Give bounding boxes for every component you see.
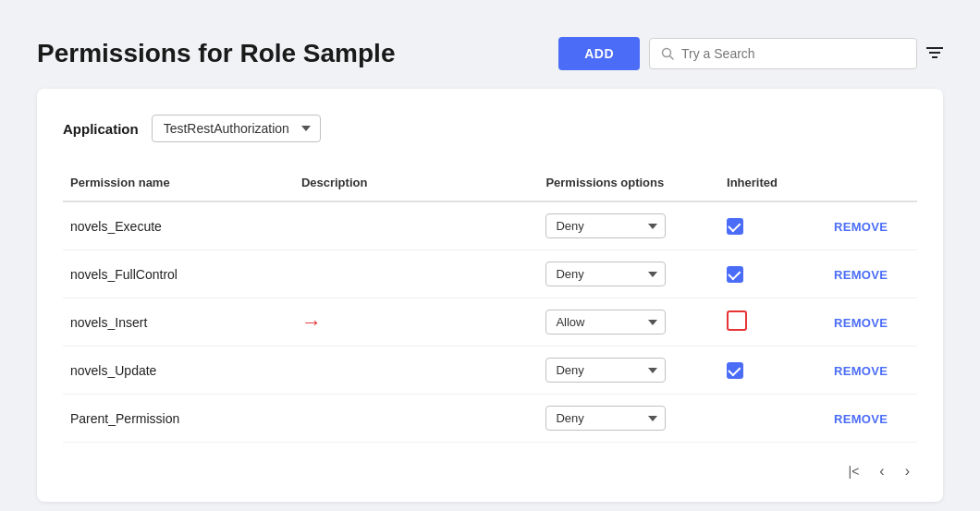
remove-cell: REMOVE: [827, 347, 917, 395]
remove-button[interactable]: REMOVE: [834, 364, 888, 378]
remove-cell: REMOVE: [827, 201, 917, 250]
remove-cell: REMOVE: [827, 250, 917, 298]
pagination: |< ‹ ›: [63, 459, 917, 483]
prev-page-button[interactable]: ‹: [872, 459, 891, 483]
remove-button[interactable]: REMOVE: [834, 268, 888, 282]
remove-cell: REMOVE: [827, 395, 917, 443]
search-box: [649, 38, 917, 69]
permission-select[interactable]: AllowDeny: [545, 262, 666, 286]
inherited-checkbox-unchecked[interactable]: [727, 310, 747, 331]
table-row: novels_Insert→AllowDenyREMOVE: [63, 298, 917, 347]
table-row: novels_FullControlAllowDenyREMOVE: [63, 250, 917, 298]
inherited-cell: [719, 298, 827, 347]
inherited-checkbox[interactable]: [727, 266, 743, 283]
col-header-name: Permission name: [63, 168, 294, 201]
permission-name: novels_Execute: [63, 201, 294, 250]
col-header-description: Description: [294, 168, 539, 201]
application-select[interactable]: TestRestAuthorization: [152, 115, 321, 142]
highlight-arrow: →: [301, 312, 322, 333]
inherited-cell: [719, 347, 827, 395]
filter-icon[interactable]: [926, 44, 943, 64]
table-row: Parent_PermissionAllowDenyREMOVE: [63, 395, 917, 443]
permission-description: [294, 347, 539, 395]
table-row: novels_ExecuteAllowDenyREMOVE: [63, 201, 917, 250]
inherited-cell: [719, 395, 827, 443]
search-input[interactable]: [681, 46, 905, 61]
permission-select[interactable]: AllowDeny: [545, 358, 666, 383]
inherited-checkbox[interactable]: [727, 362, 743, 379]
remove-button[interactable]: REMOVE: [834, 412, 888, 426]
col-header-remove: [827, 168, 917, 201]
permission-select[interactable]: AllowDeny: [545, 213, 666, 238]
permission-select[interactable]: AllowDeny: [545, 406, 666, 431]
table-row: novels_UpdateAllowDenyREMOVE: [63, 347, 917, 395]
permission-name: novels_FullControl: [63, 250, 294, 298]
permission-name: novels_Insert: [63, 298, 294, 347]
permission-options-cell: AllowDeny: [538, 298, 719, 347]
inherited-cell: [719, 201, 827, 250]
permissions-card: Application TestRestAuthorization Permis…: [37, 89, 943, 502]
permission-description: →: [294, 298, 539, 347]
page-title: Permissions for Role Sample: [37, 39, 395, 68]
permission-options-cell: AllowDeny: [538, 201, 719, 250]
next-page-button[interactable]: ›: [898, 459, 917, 483]
svg-line-1: [670, 56, 674, 60]
first-page-button[interactable]: |<: [841, 460, 867, 482]
inherited-cell: [719, 250, 827, 298]
permission-name: novels_Update: [63, 347, 294, 395]
permission-select[interactable]: AllowDeny: [545, 310, 666, 335]
permission-name: Parent_Permission: [63, 395, 294, 443]
permission-description: [294, 395, 539, 443]
permissions-table: Permission name Description Permissions …: [63, 168, 917, 443]
app-selector: Application TestRestAuthorization: [63, 115, 917, 142]
remove-cell: REMOVE: [827, 298, 917, 347]
search-icon: [661, 47, 674, 60]
permission-options-cell: AllowDeny: [538, 395, 719, 443]
col-header-permissions: Permissions options: [538, 168, 719, 201]
add-button[interactable]: ADD: [558, 37, 640, 70]
permission-description: [294, 250, 539, 298]
remove-button[interactable]: REMOVE: [834, 316, 888, 330]
remove-button[interactable]: REMOVE: [834, 220, 888, 234]
inherited-checkbox[interactable]: [727, 218, 743, 235]
permission-description: [294, 201, 539, 250]
col-header-inherited: Inherited: [719, 168, 827, 201]
permission-options-cell: AllowDeny: [538, 250, 719, 298]
permission-options-cell: AllowDeny: [538, 347, 719, 395]
application-label: Application: [63, 121, 139, 137]
